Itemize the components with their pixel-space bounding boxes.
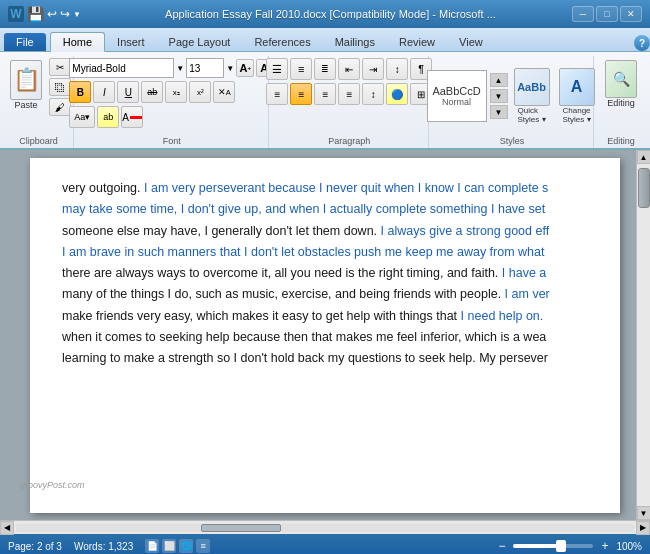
italic-button[interactable]: I <box>93 81 115 103</box>
sort-button[interactable]: ↕ <box>386 58 408 80</box>
bold-button[interactable]: B <box>69 81 91 103</box>
doc-line-9: learning to make a strength so I don't h… <box>62 348 588 369</box>
text-highlight-button[interactable]: ab <box>97 106 119 128</box>
styles-group: AaBbCcD Normal ▲ ▼ ▼ AaBb QuickStyles ▾ … <box>431 56 594 148</box>
clipboard-content: 📋 Paste ✂ ⿻ 🖌 <box>6 58 71 116</box>
numbering-button[interactable]: ≡ <box>290 58 312 80</box>
title-bar: W 💾 ↩ ↪ ▼ Application Essay Fall 2010.do… <box>0 0 650 28</box>
redo-qa-btn[interactable]: ↪ <box>60 7 70 21</box>
justify-button[interactable]: ≡ <box>338 83 360 105</box>
tab-file[interactable]: File <box>4 33 46 51</box>
font-group: ▼ ▼ A+ A- B I U ab x₂ x² ✕A Aa▾ ab A Fon… <box>76 56 269 148</box>
scroll-left-button[interactable]: ◀ <box>0 521 14 535</box>
groovy-watermark: groovyPost.com <box>20 480 85 490</box>
font-size-dropdown[interactable]: ▼ <box>226 64 234 73</box>
scroll-up-button[interactable]: ▲ <box>637 150 651 164</box>
doc-line-4: I am brave in such manners that I don't … <box>62 242 588 263</box>
paste-icon: 📋 <box>10 60 42 100</box>
editing-button[interactable]: 🔍 Editing <box>601 58 641 110</box>
align-left-button[interactable]: ≡ <box>266 83 288 105</box>
styles-up-arrow[interactable]: ▲ <box>490 73 508 87</box>
font-name-input[interactable] <box>69 58 174 78</box>
full-screen-button[interactable]: ⬜ <box>162 539 176 553</box>
change-styles-button[interactable]: A ChangeStyles ▾ <box>556 66 598 126</box>
help-button[interactable]: ? <box>634 35 650 51</box>
zoom-in-button[interactable]: + <box>601 539 608 553</box>
styles-down-arrow[interactable]: ▼ <box>490 89 508 103</box>
doc-line-8: when it comes to seeking help because th… <box>62 327 588 348</box>
editing-icon: 🔍 <box>605 60 637 98</box>
align-center-button[interactable]: ≡ <box>290 83 312 105</box>
doc-line-5: there are always ways to overcome it, al… <box>62 263 588 284</box>
superscript-button[interactable]: x² <box>189 81 211 103</box>
close-button[interactable]: ✕ <box>620 6 642 22</box>
copy-button[interactable]: ⿻ <box>49 78 71 96</box>
h-scroll-thumb[interactable] <box>201 524 281 532</box>
h-scroll-track <box>16 524 634 532</box>
status-bar: Page: 2 of 3 Words: 1,323 📄 ⬜ 🌐 ≡ − + 10… <box>0 534 650 554</box>
word-app-icon: W <box>8 6 24 22</box>
bullets-button[interactable]: ☰ <box>266 58 288 80</box>
zoom-out-button[interactable]: − <box>498 539 505 553</box>
increase-indent-button[interactable]: ⇥ <box>362 58 384 80</box>
tab-review[interactable]: Review <box>387 33 447 51</box>
save-qa-btn[interactable]: 💾 <box>27 6 44 22</box>
strikethrough-button[interactable]: ab <box>141 81 163 103</box>
document-container: very outgoing. I am very perseverant bec… <box>0 150 650 520</box>
tab-mailings[interactable]: Mailings <box>323 33 387 51</box>
clear-format-button[interactable]: ✕A <box>213 81 235 103</box>
print-layout-button[interactable]: 📄 <box>145 539 159 553</box>
editing-group-label: Editing <box>607 134 635 146</box>
scroll-thumb[interactable] <box>638 168 650 208</box>
tab-insert[interactable]: Insert <box>105 33 157 51</box>
align-right-button[interactable]: ≡ <box>314 83 336 105</box>
paragraph-group: ☰ ≡ ≣ ⇤ ⇥ ↕ ¶ ≡ ≡ ≡ ≡ ↕ 🔵 ⊞ Paragraph <box>271 56 430 148</box>
tab-view[interactable]: View <box>447 33 495 51</box>
undo-qa-btn[interactable]: ↩ <box>47 7 57 21</box>
format-painter-button[interactable]: 🖌 <box>49 98 71 116</box>
scroll-down-button[interactable]: ▼ <box>637 506 651 520</box>
doc-line-1: very outgoing. I am very perseverant bec… <box>62 178 588 199</box>
font-size-input[interactable] <box>186 58 224 78</box>
minimize-button[interactable]: ─ <box>572 6 594 22</box>
cut-button[interactable]: ✂ <box>49 58 71 76</box>
shading-button[interactable]: 🔵 <box>386 83 408 105</box>
maximize-button[interactable]: □ <box>596 6 618 22</box>
editing-label: Editing <box>607 98 635 108</box>
decrease-indent-button[interactable]: ⇤ <box>338 58 360 80</box>
zoom-thumb[interactable] <box>556 540 566 552</box>
scroll-right-button[interactable]: ▶ <box>636 521 650 535</box>
web-layout-button[interactable]: 🌐 <box>179 539 193 553</box>
doc-line-6: many of the things I do, such as music, … <box>62 284 588 305</box>
qa-dropdown[interactable]: ▼ <box>73 10 81 19</box>
font-color-button[interactable]: A <box>121 106 143 128</box>
styles-more-arrow[interactable]: ▼ <box>490 105 508 119</box>
font-name-dropdown[interactable]: ▼ <box>176 64 184 73</box>
page-info: Page: 2 of 3 <box>8 541 62 552</box>
subscript-button[interactable]: x₂ <box>165 81 187 103</box>
font-grow-button[interactable]: A+ <box>236 59 254 77</box>
change-styles-icon: A <box>559 68 595 106</box>
tab-references[interactable]: References <box>242 33 322 51</box>
word-count: Words: 1,323 <box>74 541 133 552</box>
clipboard-label: Clipboard <box>19 134 58 146</box>
window-title: Application Essay Fall 2010.docx [Compat… <box>89 8 572 20</box>
font-controls: ▼ ▼ A+ A- B I U ab x₂ x² ✕A Aa▾ ab A <box>69 58 274 128</box>
ribbon-tabs: File Home Insert Page Layout References … <box>0 28 650 52</box>
document-page[interactable]: very outgoing. I am very perseverant bec… <box>30 158 620 513</box>
font-label: Font <box>163 134 181 146</box>
styles-gallery[interactable]: AaBbCcD Normal <box>427 70 487 122</box>
line-spacing-button[interactable]: ↕ <box>362 83 384 105</box>
tab-page-layout[interactable]: Page Layout <box>157 33 243 51</box>
paste-button[interactable]: 📋 Paste <box>6 58 46 112</box>
font-name-row: ▼ ▼ A+ A- <box>69 58 274 78</box>
multilevel-list-button[interactable]: ≣ <box>314 58 336 80</box>
tab-home[interactable]: Home <box>50 32 105 52</box>
underline-button[interactable]: U <box>117 81 139 103</box>
quick-styles-button[interactable]: AaBb QuickStyles ▾ <box>511 66 553 126</box>
window-controls: ─ □ ✕ <box>572 6 642 22</box>
change-case-button[interactable]: Aa▾ <box>69 106 95 128</box>
zoom-track[interactable] <box>513 544 593 548</box>
zoom-level: 100% <box>616 541 642 552</box>
outline-view-button[interactable]: ≡ <box>196 539 210 553</box>
